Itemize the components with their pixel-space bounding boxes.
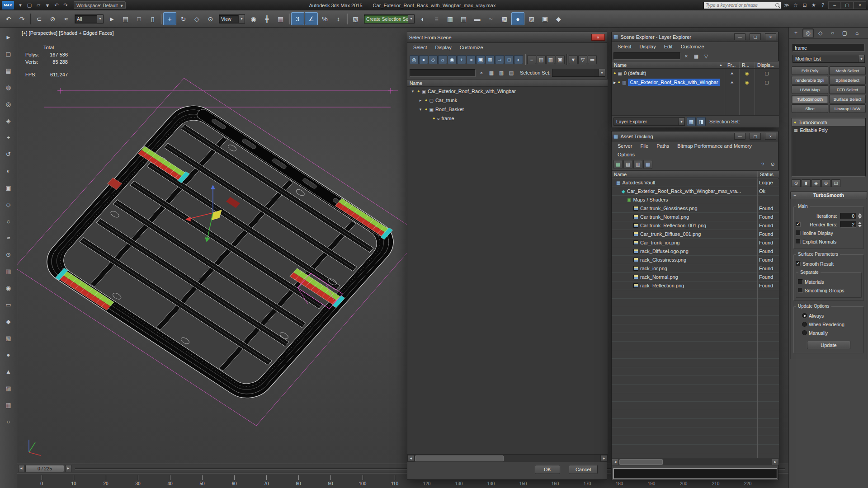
make-unique-icon[interactable]: ◈ [811, 179, 821, 187]
dialog-title-bar[interactable]: Select From Scene × [407, 32, 607, 43]
modifier-list-dropdown[interactable]: Modifier List ▾ [793, 55, 865, 63]
select-by-name-icon[interactable]: ▤ [119, 12, 132, 25]
asset-row[interactable]: Car_trunk_ior.pngFound [612, 239, 779, 247]
display-shapes-icon[interactable]: ◇ [429, 55, 438, 64]
select-all-icon[interactable]: ▦ [692, 52, 701, 61]
app-logo[interactable]: MAX [2, 1, 14, 9]
filter-icon[interactable]: ▽ [578, 55, 587, 64]
snaps-toggle-3d-icon[interactable]: 3 [291, 12, 304, 25]
schematic-view-icon[interactable]: ▩ [498, 12, 511, 25]
column-Fr[interactable]: Fr... [725, 61, 739, 68]
display-tab[interactable]: ▢ [839, 28, 850, 38]
sort-icon[interactable]: ▼ [569, 55, 578, 64]
help-icon[interactable]: ? [758, 160, 767, 169]
display-materials-icon[interactable]: ◐ [514, 55, 523, 64]
render-toggle-icon[interactable]: ◉ [739, 69, 755, 78]
edit-named-selections-icon[interactable]: ▧ [349, 12, 362, 25]
dot-circle-tool-icon[interactable]: ⊙ [3, 249, 14, 260]
display-cameras-icon[interactable]: ◉ [448, 55, 457, 64]
modifier-button-ffd-select[interactable]: FFD Select [829, 85, 866, 94]
selection-set-dropdown[interactable]: ▾ [552, 69, 605, 77]
layer-label[interactable]: Car_Exterior_Roof_Rack_with_Wingbar [628, 79, 720, 86]
layer-label[interactable]: 0 (default) [624, 70, 646, 76]
column-Name[interactable]: Name▲ [612, 61, 725, 68]
column-name[interactable]: Name [612, 171, 757, 178]
maximize-button[interactable]: ▢ [750, 33, 761, 40]
display-lights-icon[interactable]: ☼ [438, 55, 447, 64]
render-production-icon[interactable]: ◆ [552, 12, 565, 25]
list-view-icon[interactable]: ≡ [527, 55, 536, 64]
expand-arrow-icon[interactable]: ▸ [613, 80, 616, 85]
clear-find-icon[interactable]: × [682, 52, 691, 61]
iterations-field[interactable]: 0 [840, 213, 856, 219]
menu-paths[interactable]: Paths [652, 141, 673, 150]
menu-display[interactable]: Display [431, 43, 456, 52]
gem-tool-icon[interactable]: ◆ [3, 315, 14, 327]
modifier-button-splineselect[interactable]: SplineSelect [829, 76, 866, 84]
display-groups-icon[interactable]: ▣ [476, 55, 485, 64]
next-frame-button[interactable]: ► [65, 465, 71, 472]
node-label[interactable]: frame [441, 116, 454, 121]
rendered-frame-icon[interactable]: ▣ [538, 12, 552, 25]
layer-row[interactable]: ▸●▥Car_Exterior_Roof_Rack_with_Wingbar∗◉… [612, 78, 779, 87]
column-R[interactable]: R... [739, 61, 755, 68]
visibility-bulb-icon[interactable]: ● [417, 89, 420, 94]
select-and-scale-icon[interactable]: ◇ [190, 12, 203, 25]
display-bones-icon[interactable]: ⊃ [495, 55, 504, 64]
asset-row[interactable]: rack_Reflection.pngFound [612, 282, 779, 290]
rollout-header[interactable]: − TurboSmooth [790, 191, 867, 199]
column-view-icon[interactable]: ▤ [537, 55, 546, 64]
named-selection-set-dropdown[interactable]: Create Selection Se▾ [364, 14, 415, 23]
selection-filter-dropdown[interactable]: All▾ [75, 14, 104, 23]
rectangular-region-icon[interactable]: □ [132, 12, 146, 25]
frozen-icon[interactable]: ∗ [725, 69, 739, 78]
undo-icon[interactable]: ↶ [52, 1, 61, 9]
toggle-scene-explorer-icon[interactable]: ▥ [443, 12, 457, 25]
angle-snap-icon[interactable]: ∠ [305, 12, 318, 25]
explorer-mode-icon[interactable]: ▦ [687, 117, 696, 126]
column-Displa[interactable]: Displa... [755, 61, 779, 68]
pin-icon[interactable]: ⊙ [768, 160, 777, 169]
grid-tool-icon[interactable]: ▥ [3, 265, 14, 277]
diamond-tool-icon[interactable]: ◈ [3, 115, 14, 127]
display-geometry-icon[interactable]: ● [419, 55, 428, 64]
menu-edit[interactable]: Edit [660, 42, 677, 51]
cube-tool-icon[interactable]: ▦ [3, 399, 14, 411]
asset-row[interactable]: Car trunk_Glossiness.pngFound [612, 204, 779, 213]
layer-list[interactable]: ●▦0 (default)∗◉▢▸●▥Car_Exterior_Roof_Rac… [612, 69, 779, 115]
horizontal-scrollbar[interactable]: ◄ ► [612, 458, 779, 465]
light-tool-icon[interactable]: ☼ [3, 215, 14, 227]
render-setup-icon[interactable]: ▨ [525, 12, 538, 25]
select-children-icon[interactable]: ▦ [487, 68, 496, 77]
smooth-result-checkbox[interactable] [796, 261, 801, 266]
visibility-bulb-icon[interactable]: ● [425, 107, 427, 112]
configure-modifier-sets-icon[interactable]: ▤ [831, 179, 840, 187]
details-view-icon[interactable]: ▥ [633, 160, 642, 169]
column-header[interactable]: NameStatus [612, 170, 779, 178]
expand-arrow-icon[interactable]: ▾ [410, 89, 415, 94]
remove-modifier-icon[interactable]: ⊖ [821, 179, 830, 187]
keyboard-override-icon[interactable]: ▦ [274, 12, 287, 25]
minimize-button[interactable]: — [734, 133, 745, 140]
previous-frame-button[interactable]: ◄ [18, 465, 24, 472]
communication-center-icon[interactable]: ⊡ [800, 1, 809, 9]
modifier-bulb-icon[interactable]: ● [794, 120, 796, 125]
scroll-right-button[interactable]: ► [600, 455, 608, 462]
table-view-icon[interactable]: ▤ [623, 160, 632, 169]
column-header[interactable]: Name▲Fr...R...Displa... [612, 61, 779, 69]
render-iters-spinner[interactable] [858, 222, 862, 227]
bind-to-space-warp-icon[interactable]: ≈ [60, 12, 73, 25]
stack-row-editable-poly[interactable]: ▦Editable Poly [792, 126, 865, 134]
radio-manually[interactable] [802, 330, 807, 335]
visibility-bulb-icon[interactable]: ● [425, 98, 427, 103]
visibility-bulb-icon[interactable]: ● [433, 116, 435, 121]
close-button[interactable]: × [854, 1, 866, 9]
roof-rack-model[interactable] [35, 95, 405, 407]
shape-tool-icon[interactable]: ◇ [3, 198, 14, 210]
ok-button[interactable]: OK [535, 465, 560, 474]
cancel-button[interactable]: Cancel [569, 465, 598, 474]
viewport-label[interactable]: [+] [Perspective] [Shaded + Edged Faces] [22, 30, 114, 36]
menu-display[interactable]: Display [636, 42, 660, 51]
box-tool-icon[interactable]: ▣ [3, 182, 14, 193]
smoothing-groups-checkbox[interactable] [798, 288, 803, 293]
